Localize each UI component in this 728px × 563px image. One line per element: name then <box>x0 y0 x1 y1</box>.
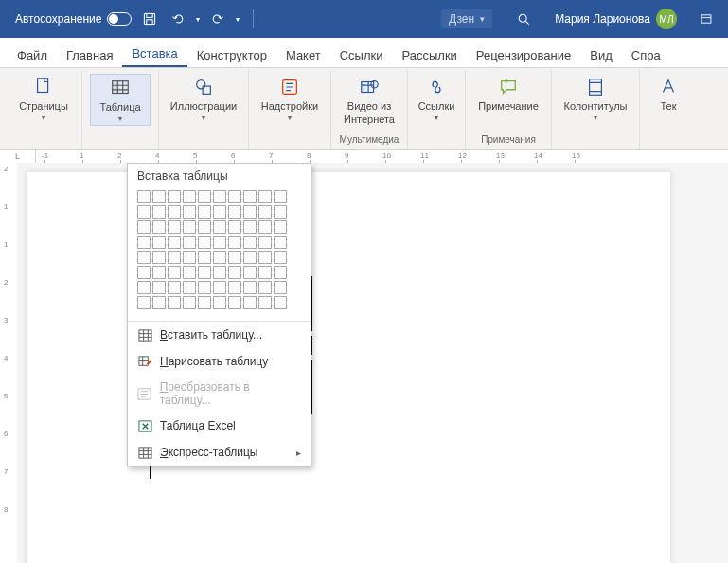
grid-cell[interactable] <box>183 190 196 203</box>
tab-layout[interactable]: Макет <box>276 43 330 67</box>
grid-cell[interactable] <box>152 281 166 294</box>
links-button[interactable]: Ссылки▾ <box>416 74 457 124</box>
grid-cell[interactable] <box>152 236 166 249</box>
grid-cell[interactable] <box>137 190 151 203</box>
grid-cell[interactable] <box>274 281 287 294</box>
grid-cell[interactable] <box>274 190 287 203</box>
grid-cell[interactable] <box>243 281 257 294</box>
grid-cell[interactable] <box>213 220 226 234</box>
grid-cell[interactable] <box>243 205 257 219</box>
grid-cell[interactable] <box>168 281 181 294</box>
grid-cell[interactable] <box>228 205 241 219</box>
grid-cell[interactable] <box>213 205 226 219</box>
comment-button[interactable]: Примечание <box>473 74 543 114</box>
grid-cell[interactable] <box>198 266 211 279</box>
grid-cell[interactable] <box>183 205 196 219</box>
grid-cell[interactable] <box>183 296 196 309</box>
grid-cell[interactable] <box>274 266 287 279</box>
grid-cell[interactable] <box>213 266 226 279</box>
grid-cell[interactable] <box>213 251 226 264</box>
grid-cell[interactable] <box>243 236 257 249</box>
tab-design[interactable]: Конструктор <box>187 43 276 67</box>
horizontal-ruler[interactable]: -112456789101112131415 <box>36 150 728 163</box>
tab-help[interactable]: Спра <box>622 43 670 67</box>
tab-file[interactable]: Файл <box>8 43 57 67</box>
grid-cell[interactable] <box>198 236 211 249</box>
tab-insert[interactable]: Вставка <box>122 41 186 67</box>
grid-cell[interactable] <box>152 266 166 279</box>
menu-draw-table[interactable]: Нарисовать таблицу <box>128 348 311 375</box>
grid-cell[interactable] <box>198 281 211 294</box>
grid-cell[interactable] <box>198 220 211 234</box>
grid-cell[interactable] <box>168 220 181 234</box>
undo-dropdown-icon[interactable]: ▾ <box>196 15 200 24</box>
grid-cell[interactable] <box>137 220 151 234</box>
headers-button[interactable]: Колонтитулы▾ <box>559 74 631 124</box>
grid-cell[interactable] <box>258 190 272 203</box>
ruler-corner[interactable]: L <box>0 150 36 163</box>
grid-cell[interactable] <box>274 220 287 234</box>
grid-cell[interactable] <box>228 281 241 294</box>
addins-button[interactable]: Надстройки▾ <box>257 74 323 124</box>
grid-cell[interactable] <box>274 296 287 309</box>
pages-button[interactable]: Страницы▾ <box>13 74 74 124</box>
grid-cell[interactable] <box>228 296 241 309</box>
grid-cell[interactable] <box>243 266 257 279</box>
grid-cell[interactable] <box>274 251 287 264</box>
grid-cell[interactable] <box>228 220 241 234</box>
grid-cell[interactable] <box>137 251 151 264</box>
search-icon[interactable] <box>513 9 534 29</box>
grid-cell[interactable] <box>213 236 226 249</box>
grid-cell[interactable] <box>198 190 211 203</box>
grid-cell[interactable] <box>258 251 272 264</box>
tab-review[interactable]: Рецензирование <box>467 43 580 67</box>
grid-cell[interactable] <box>228 190 241 203</box>
grid-cell[interactable] <box>213 296 226 309</box>
document-scroll-area[interactable]: Наименованиеапельсинмандаринапельсинапел… <box>17 163 728 563</box>
grid-cell[interactable] <box>213 281 226 294</box>
vertical-ruler[interactable]: 2112345678 <box>0 163 17 563</box>
grid-cell[interactable] <box>183 220 196 234</box>
grid-cell[interactable] <box>152 296 166 309</box>
grid-cell[interactable] <box>168 251 181 264</box>
grid-cell[interactable] <box>258 296 272 309</box>
grid-cell[interactable] <box>137 205 151 219</box>
grid-cell[interactable] <box>137 296 151 309</box>
grid-cell[interactable] <box>243 190 257 203</box>
tab-view[interactable]: Вид <box>580 43 622 67</box>
menu-excel-table[interactable]: Таблица Excel <box>128 413 311 439</box>
grid-cell[interactable] <box>243 251 257 264</box>
menu-insert-table[interactable]: Вставить таблицу... <box>128 322 311 348</box>
grid-cell[interactable] <box>183 236 196 249</box>
menu-quick-tables[interactable]: Экспресс-таблицы ▸ <box>128 439 311 466</box>
textbox-button[interactable]: Тек <box>648 74 689 114</box>
grid-cell[interactable] <box>152 205 166 219</box>
grid-cell[interactable] <box>168 236 181 249</box>
grid-cell[interactable] <box>137 266 151 279</box>
grid-cell[interactable] <box>152 220 166 234</box>
table-grid-picker[interactable] <box>128 186 311 321</box>
grid-cell[interactable] <box>258 205 272 219</box>
grid-cell[interactable] <box>243 220 257 234</box>
grid-cell[interactable] <box>228 251 241 264</box>
grid-cell[interactable] <box>243 296 257 309</box>
grid-cell[interactable] <box>213 190 226 203</box>
undo-icon[interactable] <box>168 9 188 29</box>
table-button[interactable]: Таблица▾ <box>90 74 151 126</box>
online-video-button[interactable]: Видео из Интернета <box>339 74 400 127</box>
document-page[interactable]: Наименованиеапельсинмандаринапельсинапел… <box>27 172 670 563</box>
tab-references[interactable]: Ссылки <box>330 43 393 67</box>
grid-cell[interactable] <box>274 236 287 249</box>
grid-cell[interactable] <box>228 266 241 279</box>
grid-cell[interactable] <box>258 236 272 249</box>
save-icon[interactable] <box>139 9 160 29</box>
grid-cell[interactable] <box>198 296 211 309</box>
grid-cell[interactable] <box>168 266 181 279</box>
grid-cell[interactable] <box>198 205 211 219</box>
grid-cell[interactable] <box>168 190 181 203</box>
grid-cell[interactable] <box>274 205 287 219</box>
grid-cell[interactable] <box>183 281 196 294</box>
search-box[interactable]: Дзен ▾ <box>441 9 492 28</box>
grid-cell[interactable] <box>183 251 196 264</box>
grid-cell[interactable] <box>228 236 241 249</box>
